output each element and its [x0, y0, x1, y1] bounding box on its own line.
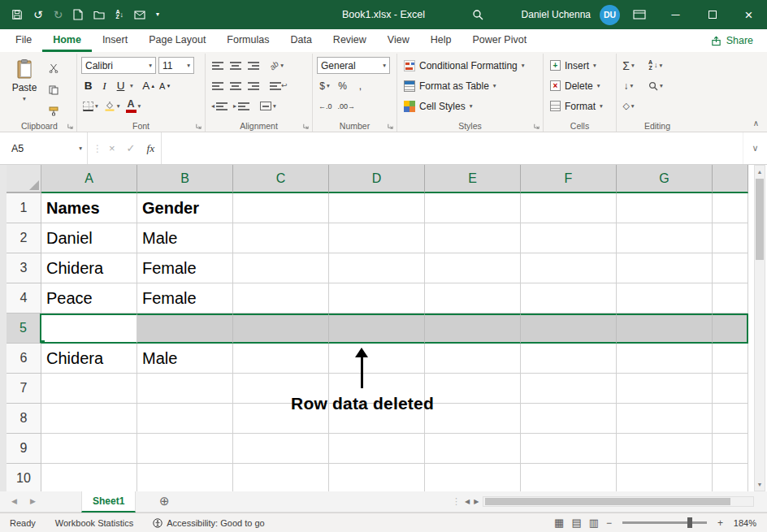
cell-B3[interactable]: Female: [137, 253, 233, 283]
align-left-button[interactable]: [210, 77, 225, 95]
accessibility-status[interactable]: Accessibility: Good to go: [143, 518, 274, 528]
cell-partial-10[interactable]: [713, 464, 748, 491]
cell-B6[interactable]: Male: [137, 344, 233, 374]
underline-button[interactable]: U: [114, 77, 128, 94]
cell-E3[interactable]: [425, 253, 521, 283]
row-header-8[interactable]: 8: [6, 404, 41, 434]
workbook-statistics-button[interactable]: Workbook Statistics: [46, 518, 143, 528]
row-header-1[interactable]: 1: [6, 193, 41, 223]
cell-A10[interactable]: [41, 464, 137, 491]
cell-E6[interactable]: [425, 344, 521, 374]
ribbon-tab-insert[interactable]: Insert: [92, 29, 138, 52]
fill-color-button[interactable]: ▾: [102, 97, 122, 115]
zoom-slider[interactable]: [622, 521, 707, 524]
decrease-font-button[interactable]: A▼: [158, 77, 172, 94]
decrease-indent-button[interactable]: ◂: [210, 97, 229, 115]
cell-F2[interactable]: [521, 223, 617, 253]
autosum-button[interactable]: Σ▾: [621, 57, 636, 75]
ribbon-tab-help[interactable]: Help: [420, 29, 462, 52]
expand-formula-bar-icon[interactable]: ∨: [743, 132, 767, 164]
font-size-combo[interactable]: 11 ▾: [158, 57, 194, 74]
column-header-G[interactable]: G: [617, 165, 713, 193]
cell-G9[interactable]: [617, 434, 713, 464]
customize-toolbar-icon[interactable]: ▾: [156, 11, 159, 18]
paste-button[interactable]: Paste ▾: [6, 55, 42, 119]
cell-G3[interactable]: [617, 253, 713, 283]
scroll-right-icon[interactable]: ▶: [474, 499, 479, 505]
cell-G4[interactable]: [617, 283, 713, 314]
cell-E4[interactable]: [425, 283, 521, 314]
wrap-text-button[interactable]: ↩: [268, 77, 289, 95]
collapse-ribbon-icon[interactable]: ∧: [753, 119, 759, 128]
increase-decimal-button[interactable]: ←.0: [317, 97, 334, 115]
cell-A2[interactable]: Daniel: [41, 223, 137, 253]
cell-A3[interactable]: Chidera: [41, 253, 137, 283]
cell-B5[interactable]: [137, 314, 233, 344]
close-button[interactable]: ×: [730, 0, 767, 29]
cancel-icon[interactable]: ×: [109, 143, 115, 154]
cell-B4[interactable]: Female: [137, 283, 233, 314]
cell-partial-2[interactable]: [713, 223, 748, 253]
cell-A9[interactable]: [41, 434, 137, 464]
cell-E2[interactable]: [425, 223, 521, 253]
page-layout-view-icon[interactable]: ▤: [571, 517, 581, 528]
zoom-out-button[interactable]: −: [606, 518, 612, 528]
cell-F5[interactable]: [521, 314, 617, 344]
row-header-9[interactable]: 9: [6, 434, 41, 464]
scroll-down-icon[interactable]: ▼: [757, 478, 763, 491]
cell-partial-1[interactable]: [713, 193, 748, 223]
formula-bar-splitter[interactable]: ⋮: [88, 132, 107, 164]
cell-D6[interactable]: [329, 344, 425, 374]
new-file-icon[interactable]: [73, 9, 83, 20]
column-header-E[interactable]: E: [425, 165, 521, 193]
enter-check-icon[interactable]: ✓: [127, 143, 136, 154]
increase-font-button[interactable]: A▲: [142, 77, 156, 94]
align-center-button[interactable]: [228, 77, 243, 95]
accounting-format-button[interactable]: $▾: [317, 77, 332, 95]
search-icon[interactable]: [472, 9, 483, 20]
cell-G6[interactable]: [617, 344, 713, 374]
column-header-B[interactable]: B: [137, 165, 233, 193]
prev-sheet-icon[interactable]: ◀: [11, 498, 17, 505]
cell-F4[interactable]: [521, 283, 617, 314]
column-header-partial[interactable]: [713, 165, 748, 193]
fill-button[interactable]: ↓▾: [621, 77, 636, 95]
borders-button[interactable]: ▾: [81, 97, 100, 115]
cell-D10[interactable]: [329, 464, 425, 491]
percent-style-button[interactable]: %: [335, 77, 350, 95]
account-name[interactable]: Daniel Uchenna: [522, 9, 591, 20]
increase-indent-button[interactable]: ▸: [232, 97, 251, 115]
find-select-button[interactable]: ▾: [647, 77, 665, 95]
cell-G10[interactable]: [617, 464, 713, 491]
alignment-dialog-launcher[interactable]: [302, 123, 310, 130]
row-header-4[interactable]: 4: [6, 283, 41, 314]
email-icon[interactable]: [134, 11, 145, 19]
cell-D5[interactable]: [329, 314, 425, 344]
name-box[interactable]: A5 ▾: [6, 132, 88, 164]
ribbon-tab-view[interactable]: View: [377, 29, 420, 52]
cell-D1[interactable]: [329, 193, 425, 223]
ribbon-tab-power-pivot[interactable]: Power Pivot: [462, 29, 537, 52]
cell-D2[interactable]: [329, 223, 425, 253]
sort-ascending-icon[interactable]: AZ↓: [115, 10, 124, 20]
cell-F7[interactable]: [521, 374, 617, 404]
share-button[interactable]: Share: [697, 29, 767, 52]
cell-partial-9[interactable]: [713, 434, 748, 464]
font-name-combo[interactable]: Calibri ▾: [81, 57, 156, 74]
align-right-button[interactable]: [245, 77, 261, 95]
cell-E9[interactable]: [425, 434, 521, 464]
clear-button[interactable]: ◇▾: [621, 97, 636, 115]
cell-F9[interactable]: [521, 434, 617, 464]
save-icon[interactable]: [11, 9, 23, 20]
row-header-6[interactable]: 6: [6, 344, 41, 374]
zoom-level[interactable]: 184%: [730, 518, 756, 528]
format-cells-button[interactable]: Format ▾: [548, 96, 605, 116]
cell-A4[interactable]: Peace: [41, 283, 137, 314]
cell-C4[interactable]: [233, 283, 329, 314]
orientation-button[interactable]: ab▾: [268, 57, 285, 75]
select-all-button[interactable]: [6, 165, 41, 193]
cell-B7[interactable]: [137, 374, 233, 404]
horizontal-scrollbar-track[interactable]: [483, 496, 754, 507]
column-header-D[interactable]: D: [329, 165, 425, 193]
cell-partial-3[interactable]: [713, 253, 748, 283]
